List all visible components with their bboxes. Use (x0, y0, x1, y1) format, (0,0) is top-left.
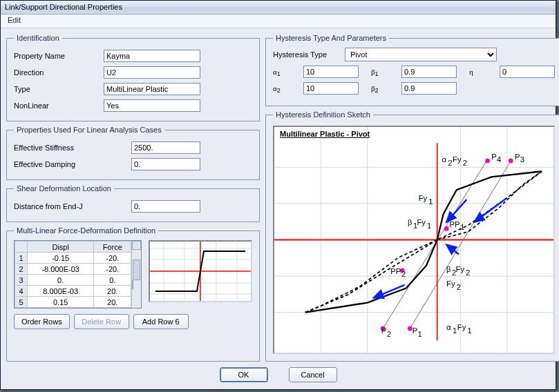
svg-text:1: 1 (467, 326, 471, 335)
linear-analysis-group: Properties Used For Linear Analysis Case… (6, 126, 260, 180)
table-row: 1-0.15-20. (15, 253, 131, 264)
hysteresis-type-label: Hysteresis Type (273, 50, 342, 59)
svg-text:3: 3 (520, 155, 524, 164)
nonlinear-field (104, 99, 200, 112)
svg-text:α: α (446, 323, 451, 331)
svg-line-22 (475, 198, 507, 222)
force-deformation-table[interactable]: Displ Force 1-0.15-20. 2-8.000E-03-20. 3… (14, 240, 142, 308)
svg-text:1: 1 (460, 223, 464, 231)
svg-text:P: P (381, 326, 387, 335)
svg-text:2: 2 (387, 329, 391, 337)
svg-line-25 (374, 285, 405, 298)
force-deformation-group: Multi-Linear Force-Deformation Definitio… (6, 226, 260, 362)
svg-text:β: β (446, 265, 451, 273)
hysteresis-type-select[interactable]: Pivot (345, 48, 497, 61)
type-label: Type (14, 85, 104, 93)
table-row: 2-8.000E-03-20. (15, 264, 131, 275)
hysteresis-sketch-legend: Hysteresis Definition Sketch (273, 110, 373, 119)
linear-analysis-legend: Properties Used For Linear Analysis Case… (14, 126, 164, 134)
shear-deformation-group: Shear Deformation Location Distance from… (6, 184, 260, 222)
property-name-field (104, 50, 200, 62)
direction-field (104, 66, 200, 79)
scroll-thumb[interactable] (133, 259, 140, 280)
distance-endj-input[interactable] (131, 200, 200, 213)
property-name-label: Property Name (14, 52, 104, 60)
hysteresis-params-group: Hysteresis Type And Parameters Hysteresi… (265, 34, 559, 106)
svg-text:1: 1 (453, 326, 457, 335)
svg-text:P: P (413, 326, 418, 335)
svg-text:1: 1 (418, 329, 422, 337)
svg-text:2: 2 (401, 270, 406, 278)
svg-text:P: P (515, 153, 520, 161)
svg-text:PP: PP (390, 266, 401, 275)
order-rows-button[interactable]: Order Rows (14, 314, 70, 329)
alpha2-input[interactable] (303, 82, 359, 95)
force-deformation-legend: Multi-Linear Force-Deformation Definitio… (14, 226, 158, 235)
svg-text:4: 4 (497, 155, 502, 164)
svg-text:PP: PP (450, 220, 460, 228)
svg-text:P: P (491, 153, 497, 161)
menu-edit[interactable]: Edit (3, 14, 25, 26)
table-row: 30.0. (15, 275, 131, 286)
svg-text:Fy: Fy (456, 265, 465, 273)
scroll-down-icon[interactable] (132, 280, 133, 289)
svg-point-27 (509, 159, 513, 164)
beta1-input[interactable] (401, 66, 457, 78)
hysteresis-sketch: Multilinear Plastic - Pivot (273, 126, 555, 354)
effective-damping-input[interactable] (131, 158, 200, 170)
svg-text:Fy: Fy (457, 323, 466, 331)
svg-text:Fy: Fy (453, 155, 462, 164)
svg-line-24 (446, 245, 459, 255)
col-displ: Displ (28, 242, 94, 253)
svg-text:Fy: Fy (419, 194, 428, 202)
type-field (104, 83, 200, 95)
direction-label: Direction (14, 68, 104, 77)
nonlinear-label: NonLinear (14, 101, 104, 110)
scroll-up-icon[interactable] (132, 241, 141, 250)
svg-point-26 (485, 159, 490, 164)
effective-stiffness-input[interactable] (131, 141, 200, 154)
title-bar: Link/Support Directional Properties (1, 1, 556, 14)
table-scrollbar[interactable] (131, 241, 141, 308)
menu-bar: Edit (1, 14, 556, 28)
eta-input[interactable] (500, 66, 555, 78)
identification-group: Identification Property Name Direction T… (6, 34, 260, 121)
svg-text:Fy: Fy (417, 218, 426, 226)
mini-force-deformation-graph (149, 240, 252, 302)
table-row: 48.000E-0320. (15, 286, 131, 297)
col-force: Force (94, 242, 131, 253)
effective-damping-label: Effective Damping (14, 160, 131, 168)
effective-stiffness-label: Effective Stiffness (14, 144, 131, 152)
cancel-button[interactable]: Cancel (289, 367, 337, 382)
sketch-title: Multilinear Plastic - Pivot (280, 130, 370, 138)
svg-point-30 (444, 226, 449, 231)
svg-text:2: 2 (457, 283, 461, 291)
distance-endj-label: Distance from End-J (14, 202, 131, 210)
svg-text:2: 2 (448, 159, 452, 167)
svg-text:2: 2 (466, 268, 470, 277)
svg-text:Fy: Fy (446, 280, 455, 288)
svg-point-29 (408, 326, 413, 331)
svg-text:α: α (442, 155, 446, 164)
delete-row-button: Delete Row (74, 314, 129, 329)
table-row: 50.1520. (15, 297, 131, 308)
window-title: Link/Support Directional Properties (5, 3, 122, 11)
ok-button[interactable]: OK (220, 367, 268, 382)
hysteresis-sketch-group: Hysteresis Definition Sketch Multilinear… (265, 110, 559, 362)
alpha1-input[interactable] (303, 66, 359, 78)
add-row-button[interactable]: Add Row 6 (133, 314, 189, 329)
svg-text:1: 1 (427, 222, 431, 230)
svg-text:β: β (408, 218, 413, 226)
svg-text:1: 1 (428, 197, 433, 206)
shear-deformation-legend: Shear Deformation Location (14, 184, 114, 193)
identification-legend: Identification (14, 34, 62, 42)
svg-text:2: 2 (463, 159, 467, 167)
beta2-input[interactable] (401, 82, 457, 95)
hysteresis-params-legend: Hysteresis Type And Parameters (273, 34, 389, 42)
